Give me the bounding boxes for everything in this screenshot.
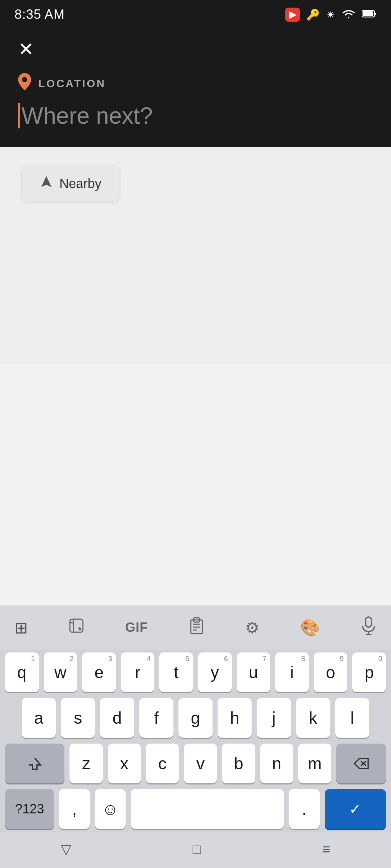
clipboard-icon[interactable] — [185, 613, 208, 642]
key-s[interactable]: s — [61, 698, 95, 738]
sticker-icon[interactable] — [65, 614, 88, 641]
key-d[interactable]: d — [100, 698, 134, 738]
navigate-icon — [40, 175, 53, 192]
palette-icon[interactable]: 🎨 — [297, 614, 324, 641]
back-nav-button[interactable]: ▽ — [50, 838, 82, 861]
pin-icon — [18, 73, 31, 94]
keyboard-row-3: z x c v b n m — [0, 741, 391, 786]
settings-icon[interactable]: ⚙ — [241, 615, 263, 641]
search-field[interactable]: Where next? — [18, 102, 373, 129]
nav-bar: ▽ □ ≡ — [0, 832, 391, 868]
video-icon: ▶ — [285, 8, 300, 22]
key-u[interactable]: u7 — [237, 652, 270, 692]
keyboard: ⊞ GIF ⚙ 🎨 — [0, 605, 391, 868]
key-e[interactable]: e3 — [82, 652, 116, 692]
key-m[interactable]: m — [298, 744, 331, 783]
keyboard-toolbar: ⊞ GIF ⚙ 🎨 — [0, 605, 391, 650]
home-nav-button[interactable]: □ — [182, 838, 212, 861]
keyboard-row-4: ?123 , ☺ . ✓ — [0, 786, 391, 832]
nearby-label: Nearby — [59, 176, 101, 191]
bluetooth-icon: ✴ — [326, 8, 335, 21]
key-c[interactable]: c — [146, 744, 179, 783]
key-l[interactable]: l — [335, 698, 369, 738]
key-i[interactable]: i8 — [275, 652, 309, 692]
key-j[interactable]: j — [257, 698, 291, 738]
content-area: Nearby — [0, 147, 391, 364]
key-o[interactable]: o9 — [314, 652, 348, 692]
key-n[interactable]: n — [260, 744, 293, 783]
shift-key[interactable] — [5, 744, 64, 783]
text-cursor — [18, 103, 20, 128]
svg-rect-12 — [366, 617, 371, 627]
microphone-icon[interactable] — [357, 613, 380, 642]
nearby-button[interactable]: Nearby — [22, 165, 119, 202]
comma-key[interactable]: , — [59, 789, 90, 829]
status-time: 8:35 AM — [14, 7, 65, 22]
grid-icon[interactable]: ⊞ — [11, 615, 31, 641]
close-button[interactable]: ✕ — [18, 40, 373, 59]
key-k[interactable]: k — [296, 698, 330, 738]
key-t[interactable]: t5 — [159, 652, 193, 692]
space-key[interactable] — [131, 789, 284, 829]
key-icon: 🔑 — [306, 8, 320, 21]
key-z[interactable]: z — [70, 744, 102, 783]
close-icon[interactable]: ✕ — [18, 39, 34, 60]
key-r[interactable]: r4 — [121, 652, 155, 692]
location-label: LOCATION — [38, 77, 106, 90]
svg-rect-1 — [374, 13, 376, 15]
keyboard-row-2: a s d f g h j k l — [0, 695, 391, 741]
period-key[interactable]: . — [289, 789, 320, 829]
key-h[interactable]: h — [218, 698, 252, 738]
key-q[interactable]: q1 — [5, 652, 39, 692]
backspace-key[interactable] — [336, 744, 386, 783]
svg-rect-2 — [363, 11, 373, 16]
key-b[interactable]: b — [222, 744, 255, 783]
gif-icon[interactable]: GIF — [122, 616, 152, 639]
location-label-row: LOCATION — [18, 73, 373, 94]
key-w[interactable]: w2 — [44, 652, 77, 692]
key-x[interactable]: x — [108, 744, 141, 783]
key-g[interactable]: g — [178, 698, 213, 738]
num-key[interactable]: ?123 — [5, 789, 54, 829]
emoji-key[interactable]: ☺ — [95, 789, 126, 829]
key-v[interactable]: v — [184, 744, 217, 783]
menu-nav-button[interactable]: ≡ — [311, 838, 341, 861]
enter-key[interactable]: ✓ — [325, 789, 386, 829]
keyboard-row-1: q1 w2 e3 r4 t5 y6 u7 i8 o9 p0 — [0, 650, 391, 695]
status-icons: ▶ 🔑 ✴ — [285, 8, 377, 22]
key-p[interactable]: p0 — [352, 652, 386, 692]
wifi-icon — [342, 8, 356, 22]
header: ✕ LOCATION Where next? — [0, 29, 391, 147]
search-placeholder: Where next? — [21, 102, 153, 129]
battery-icon — [362, 8, 377, 21]
svg-point-3 — [22, 77, 27, 82]
svg-rect-4 — [70, 619, 83, 632]
key-a[interactable]: a — [22, 698, 56, 738]
status-bar: 8:35 AM ▶ 🔑 ✴ — [0, 0, 391, 29]
key-y[interactable]: y6 — [198, 652, 232, 692]
key-f[interactable]: f — [139, 698, 173, 738]
